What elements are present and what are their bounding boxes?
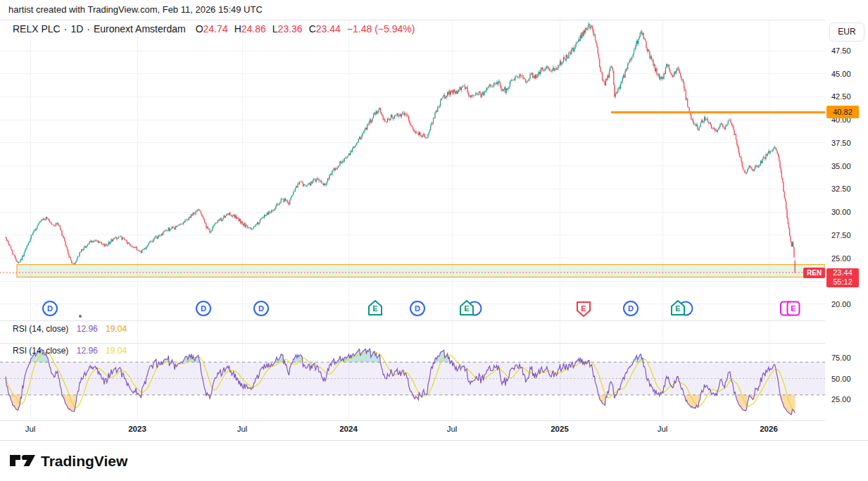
dividend-marker[interactable]: D	[624, 301, 638, 316]
svg-text:E: E	[675, 304, 680, 313]
tradingview-logo-icon	[10, 455, 35, 466]
price-tick-label: 30.00	[831, 208, 851, 216]
low-value: 23.36	[278, 23, 303, 35]
close-label: C	[309, 23, 316, 35]
price-line-ren-tag: REN	[803, 268, 825, 278]
svg-text:D: D	[415, 304, 420, 313]
price-tick-label: 37.50	[831, 139, 851, 147]
last-price-label: 23.44 55:12	[826, 268, 859, 287]
close-value: 23.44	[316, 23, 341, 35]
price-tick-label: 45.00	[831, 70, 851, 78]
svg-text:E: E	[581, 304, 586, 313]
earnings-marker[interactable]: E	[577, 302, 590, 316]
price-tick-label: 32.50	[831, 185, 851, 193]
price-tick-label: 35.00	[831, 162, 851, 170]
attribution-text: hartist created with TradingView.com, Fe…	[8, 4, 263, 15]
time-tick-label: 2024	[339, 425, 358, 433]
earnings-marker[interactable]: E	[460, 301, 482, 316]
rsi-title[interactable]: RSI (14, close)	[13, 346, 68, 356]
svg-text:E: E	[791, 304, 795, 313]
last-price-value: 23.44	[826, 268, 859, 278]
rsi-value: 12.96	[77, 324, 98, 334]
low-label: L	[272, 23, 278, 35]
open-label: O	[196, 23, 203, 35]
time-axis[interactable]: Jul2023Jul2024Jul2025Jul2026	[0, 420, 825, 440]
currency-button[interactable]: EUR	[829, 23, 864, 42]
rsi-tick-label: 75.00	[831, 354, 851, 362]
dividend-marker[interactable]: D	[196, 301, 210, 316]
price-axis[interactable]: EUR 40.82 23.44 55:12 47.5045.0042.5040.…	[825, 20, 868, 440]
countdown-timer: 55:12	[826, 277, 859, 287]
dividend-marker[interactable]: D	[43, 301, 57, 316]
price-tick-label: 27.50	[831, 231, 851, 239]
rsi-title[interactable]: RSI (14, close)	[13, 324, 68, 334]
interval-label[interactable]: 1D	[70, 23, 83, 35]
small-purple-marker	[79, 315, 82, 318]
rsi-tick-label: 50.00	[831, 375, 851, 383]
dividend-marker[interactable]: D	[254, 301, 268, 316]
tradingview-logo[interactable]: TradingView	[8, 449, 149, 472]
time-tick-label: Jul	[237, 425, 248, 433]
rsi-legend[interactable]: RSI (14, close) 12.96 19.04	[13, 346, 127, 356]
svg-text:D: D	[628, 304, 634, 313]
open-value: 24.74	[203, 23, 228, 35]
ohlc-values: O24.74H24.86L23.36C23.44−1.48 (−5.94%)	[196, 23, 415, 35]
exchange-label[interactable]: Euronext Amsterdam	[94, 23, 186, 35]
svg-text:D: D	[201, 304, 206, 313]
high-label: H	[234, 23, 241, 35]
price-tick-label: 47.50	[831, 46, 851, 55]
rsi-value: 12.96	[77, 346, 98, 356]
rsi-legend-collapsed[interactable]: RSI (14, close) 12.96 19.04	[13, 324, 127, 334]
symbol-title[interactable]: RELX PLC	[13, 23, 61, 35]
attribution-bar: hartist created with TradingView.com, Fe…	[0, 0, 868, 20]
rsi-ma-value: 19.04	[106, 346, 127, 356]
earnings-marker[interactable]: E	[781, 302, 800, 316]
tradingview-chart-screenshot: DDDEDEEDEE hartist created with TradingV…	[0, 0, 868, 481]
svg-text:D: D	[258, 304, 264, 313]
legend-separator: ·	[64, 23, 68, 35]
price-tick-label: 42.50	[831, 92, 851, 101]
time-tick-label: 2025	[551, 425, 569, 433]
price-tick-label: 20.00	[831, 300, 851, 308]
legend-separator: ·	[87, 23, 90, 35]
time-tick-label: Jul	[658, 425, 668, 433]
time-tick-label: 2023	[128, 425, 146, 433]
time-tick-label: Jul	[25, 425, 36, 433]
price-tick-label: 25.00	[831, 254, 851, 263]
earnings-marker[interactable]: E	[672, 301, 693, 316]
time-tick-label: 2026	[760, 425, 778, 433]
chart-canvas[interactable]: DDDEDEEDEE	[0, 0, 868, 481]
rsi-tick-label: 25.00	[831, 395, 851, 404]
svg-text:E: E	[464, 304, 469, 313]
rsi-ma-value: 19.04	[106, 324, 127, 334]
high-value: 24.86	[241, 23, 266, 35]
change-value: −1.48 (−5.94%)	[347, 23, 415, 35]
tradingview-wordmark: TradingView	[41, 453, 128, 469]
earnings-marker[interactable]: E	[369, 301, 382, 315]
svg-text:E: E	[372, 304, 377, 313]
dividend-marker[interactable]: D	[410, 301, 424, 316]
time-tick-label: Jul	[447, 425, 458, 433]
symbol-legend[interactable]: RELX PLC·1D·Euronext AmsterdamO24.74H24.…	[13, 23, 415, 35]
svg-text:D: D	[47, 304, 53, 313]
resistance-price-label: 40.82	[826, 106, 859, 118]
